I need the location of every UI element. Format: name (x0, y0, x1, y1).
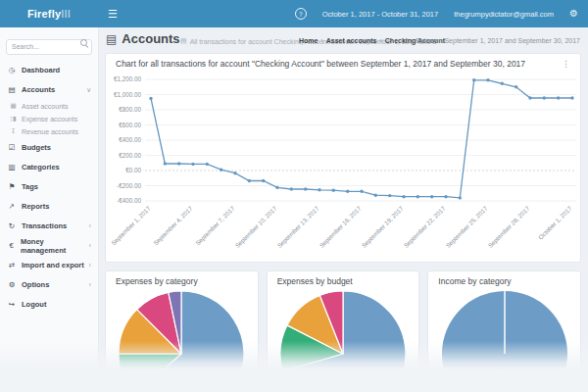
page-title-text: Accounts (122, 31, 179, 46)
sidebar-item-accounts[interactable]: ▤ Accounts ∨ (0, 80, 98, 100)
expenses-by-category-pie[interactable] (106, 289, 258, 392)
sidebar-item-label: Money management (21, 237, 84, 255)
line-chart[interactable]: €1,200.00€1,000.00€800.00€600.00€400.00€… (108, 72, 580, 264)
chevron-down-icon: ∨ (86, 86, 91, 94)
options-icon: ⚙ (7, 280, 17, 289)
categories-icon: ▥ (7, 163, 17, 172)
svg-text:September 19, 2017: September 19, 2017 (360, 204, 405, 249)
svg-text:€1,200.00: €1,200.00 (114, 75, 142, 82)
svg-text:September 28, 2017: September 28, 2017 (486, 204, 531, 249)
brand-bold: Firefly (27, 8, 61, 20)
breadcrumb-home[interactable]: Home (299, 37, 318, 44)
sidebar-item-label: Accounts (22, 85, 55, 94)
search-input[interactable] (6, 39, 92, 55)
sidebar-subitem-label: Asset accounts (22, 103, 68, 110)
pie-panel-title: Expenses by category (116, 276, 198, 286)
page-header: ▤ Accounts ▤ All transactions for accoun… (98, 27, 588, 52)
income-by-category-pie[interactable] (428, 289, 580, 392)
import-export-icon: ⇄ (7, 261, 17, 270)
pie-panel-title: Income by category (438, 276, 511, 286)
sidebar-item-label: Categories (22, 163, 60, 172)
sidebar: ◷ Dashboard ▤ Accounts ∨ ▦ Asset account… (0, 27, 99, 392)
sidebar-item-revenue-accounts[interactable]: ↧ Revenue accounts (0, 125, 98, 138)
accounts-icon: ▤ (7, 85, 17, 94)
svg-text:€1,000.00: €1,000.00 (114, 91, 142, 98)
main-content: ▤ Accounts ▤ All transactions for accoun… (98, 27, 588, 392)
sidebar-subitem-label: Expense accounts (22, 116, 77, 122)
sidebar-item-reports[interactable]: ↗ Reports (0, 197, 98, 217)
navbar-right: ? October 1, 2017 - October 31, 2017 the… (295, 8, 578, 20)
chevron-left-icon: ‹ (89, 242, 91, 249)
expenses-by-budget-pie[interactable] (268, 289, 419, 392)
sidebar-item-label: Import and export (22, 261, 84, 270)
svg-text:September 4, 2017: September 4, 2017 (152, 204, 195, 247)
top-navbar: FireflyIII ☰ ? October 1, 2017 - October… (0, 0, 588, 27)
svg-text:-€400.00: -€400.00 (117, 197, 141, 204)
svg-text:€0.00: €0.00 (125, 167, 141, 173)
sidebar-item-transactions[interactable]: ↻ Transactions ‹ (0, 217, 98, 236)
expense-accounts-icon: ◨ (9, 115, 18, 122)
sidebar-item-import-export[interactable]: ⇄ Import and export ‹ (0, 256, 98, 275)
svg-text:€800.00: €800.00 (119, 106, 141, 113)
sidebar-item-label: Logout (22, 300, 46, 309)
gear-icon[interactable]: ⚙ (569, 9, 578, 19)
chevron-left-icon: ‹ (89, 222, 91, 229)
tags-icon: ⚑ (7, 182, 17, 191)
ellipsis-menu-icon[interactable]: ⋮ (562, 60, 570, 69)
date-range-link[interactable]: October 1, 2017 - October 31, 2017 (322, 10, 438, 19)
sidebar-menu: ◷ Dashboard ▤ Accounts ∨ ▦ Asset account… (0, 61, 98, 315)
sidebar-item-logout[interactable]: ↪ Logout (0, 295, 98, 315)
search-box (6, 35, 92, 55)
svg-text:September 1, 2017: September 1, 2017 (110, 204, 153, 247)
sidebar-item-label: Transactions (22, 221, 67, 230)
chevron-left-icon: ‹ (89, 281, 91, 288)
pie-panels-row: Expenses by category Expenses by budget … (105, 270, 581, 392)
svg-text:September 25, 2017: September 25, 2017 (444, 204, 489, 249)
transactions-chart-panel: Chart for all transactions for account "… (105, 53, 581, 263)
svg-text:€200.00: €200.00 (119, 152, 141, 159)
sidebar-item-label: Reports (22, 202, 49, 211)
sidebar-item-categories[interactable]: ▥ Categories (0, 158, 98, 177)
expenses-by-category-panel: Expenses by category (105, 270, 259, 392)
sidebar-item-money-management[interactable]: € Money management ‹ (0, 236, 98, 256)
hamburger-icon[interactable]: ☰ (108, 9, 118, 20)
credit-card-icon: ▤ (106, 32, 117, 46)
sidebar-item-budgets[interactable]: ☑ Budgets (0, 138, 98, 158)
user-email-link[interactable]: thegrumpydictator@gmail.com (454, 10, 554, 19)
svg-text:October 1, 2017: October 1, 2017 (537, 204, 573, 240)
sidebar-item-options[interactable]: ⚙ Options ‹ (0, 275, 98, 295)
dashboard-icon: ◷ (7, 66, 17, 74)
sidebar-item-label: Dashboard (22, 66, 60, 74)
sidebar-item-expense-accounts[interactable]: ◨ Expense accounts (0, 113, 98, 125)
chart-panel-title: Chart for all transactions for account "… (116, 59, 525, 69)
breadcrumb-separator: › (320, 37, 322, 44)
svg-text:September 16, 2017: September 16, 2017 (318, 204, 363, 249)
reports-icon: ↗ (7, 202, 17, 211)
pie-panel-header: Expenses by category (106, 271, 258, 287)
breadcrumb-asset-accounts[interactable]: Asset accounts (326, 37, 377, 44)
revenue-accounts-icon: ↧ (9, 127, 18, 135)
svg-text:September 10, 2017: September 10, 2017 (233, 204, 278, 249)
income-by-category-panel: Income by category (427, 270, 581, 392)
sidebar-subitem-label: Revenue accounts (22, 128, 78, 135)
sidebar-item-dashboard[interactable]: ◷ Dashboard (0, 61, 98, 80)
svg-text:September 13, 2017: September 13, 2017 (275, 204, 320, 249)
sidebar-item-asset-accounts[interactable]: ▦ Asset accounts (0, 100, 98, 113)
pie-panel-title: Expenses by budget (277, 276, 353, 286)
svg-text:-€200.00: -€200.00 (117, 182, 141, 189)
help-icon[interactable]: ? (295, 8, 307, 20)
money-management-icon: € (7, 241, 16, 250)
pie-panel-header: Income by category (428, 271, 580, 287)
chart-panel-header: Chart for all transactions for account "… (106, 54, 580, 70)
transactions-icon: ↻ (7, 221, 17, 230)
brand-logo[interactable]: FireflyIII (0, 0, 98, 27)
svg-text:September 22, 2017: September 22, 2017 (402, 204, 447, 249)
pie-panel-header: Expenses by budget (268, 271, 419, 287)
chevron-left-icon: ‹ (89, 262, 91, 269)
page-title: ▤ Accounts (106, 31, 180, 46)
brand-light: III (61, 8, 71, 20)
sidebar-item-label: Budgets (22, 143, 51, 152)
sidebar-item-label: Options (22, 280, 49, 289)
sidebar-item-tags[interactable]: ⚑ Tags (0, 177, 98, 197)
date-range-note: Between September 1, 2017 and September … (416, 37, 580, 44)
